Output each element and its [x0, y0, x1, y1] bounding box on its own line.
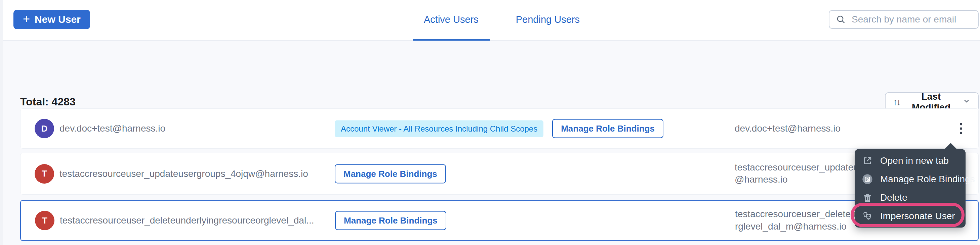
avatar: T: [35, 211, 54, 230]
avatar: D: [35, 119, 54, 138]
search-box[interactable]: [829, 10, 978, 29]
plus-icon: +: [23, 13, 30, 25]
masks-icon: [862, 211, 873, 221]
manage-role-bindings-button[interactable]: Manage Role Bindings: [552, 119, 663, 138]
user-name: dev.doc+test@harness.io: [59, 123, 165, 134]
page-header: + New User Active Users Pending Users: [3, 0, 980, 41]
user-name: testaccresourceuser_updateusergroups_4oj…: [59, 169, 308, 179]
external-link-icon: [862, 155, 873, 166]
role-bindings-icon: [862, 174, 873, 185]
sort-arrows-icon: ↑↓: [893, 96, 900, 107]
total-count: Total: 4283: [20, 96, 76, 108]
menu-item-impersonate-user[interactable]: Impersonate User: [854, 207, 966, 225]
menu-caret: [944, 143, 957, 149]
tab-active-users[interactable]: Active Users: [413, 0, 490, 41]
role-binding-cell: Manage Role Bindings: [335, 164, 446, 183]
user-email: dev.doc+test@harness.io: [735, 122, 936, 135]
search-icon: [835, 14, 846, 25]
trash-icon: [862, 192, 873, 203]
users-panel: Total: 4283 ↑↓ Last Modified USERS i ROL…: [3, 41, 980, 245]
menu-item-open-in-new-tab[interactable]: Open in new tab: [854, 151, 966, 170]
tab-pending-users[interactable]: Pending Users: [505, 0, 591, 41]
menu-item-label: Open in new tab: [880, 155, 949, 166]
search-input[interactable]: [852, 14, 972, 25]
menu-item-label: Manage Role Bindings: [880, 174, 975, 185]
menu-item-label: Delete: [880, 192, 907, 203]
table-row[interactable]: D dev.doc+test@harness.io Account Viewer…: [20, 108, 978, 149]
menu-item-manage-role-bindings[interactable]: Manage Role Bindings: [854, 170, 966, 188]
tab-pending-users-label: Pending Users: [516, 14, 580, 25]
avatar-letter: D: [41, 123, 48, 134]
tab-active-users-label: Active Users: [424, 14, 479, 25]
user-name: testaccresourceuser_deleteunderlyingreso…: [60, 215, 314, 226]
new-user-button-label: New User: [35, 14, 81, 25]
tab-bar: Active Users Pending Users: [413, 0, 591, 41]
avatar-letter: T: [42, 169, 47, 179]
role-binding-cell: Manage Role Bindings: [335, 211, 446, 230]
chevron-down-icon: [963, 96, 970, 107]
row-context-menu: Open in new tab Manage Role Bindings: [854, 149, 966, 228]
row-options-menu-button[interactable]: [957, 120, 965, 137]
new-user-button[interactable]: + New User: [13, 10, 90, 29]
menu-item-label: Impersonate User: [880, 211, 955, 221]
manage-role-bindings-button[interactable]: Manage Role Bindings: [335, 164, 446, 183]
avatar-letter: T: [42, 215, 48, 226]
table-row-selected[interactable]: T testaccresourceuser_deleteunderlyingre…: [20, 200, 978, 241]
manage-role-bindings-button[interactable]: Manage Role Bindings: [335, 211, 446, 230]
page-left-edge: [0, 0, 3, 245]
role-binding-cell: Account Viewer - All Resources Including…: [335, 119, 663, 138]
avatar: T: [35, 164, 54, 183]
table-row[interactable]: T testaccresourceuser_updateusergroups_4…: [20, 153, 978, 194]
role-binding-badge: Account Viewer - All Resources Including…: [335, 120, 543, 137]
menu-item-delete[interactable]: Delete: [854, 188, 966, 207]
